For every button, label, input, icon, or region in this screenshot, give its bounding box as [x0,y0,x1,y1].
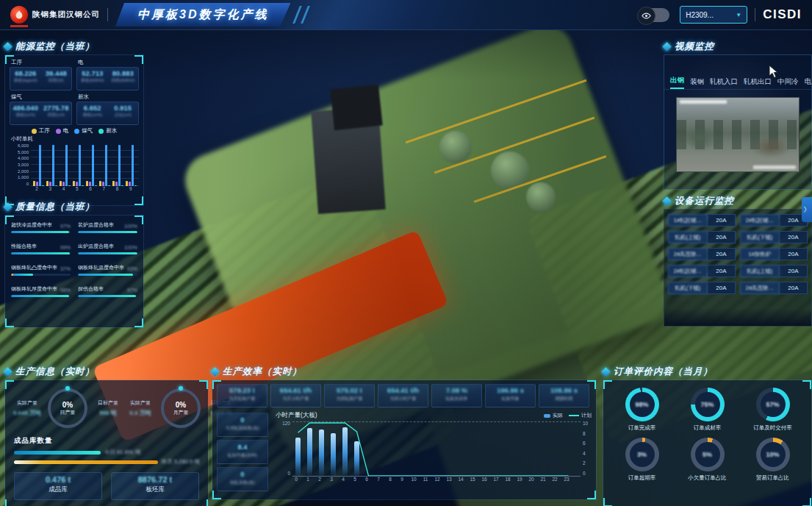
stopped-dot-icon [40,35,45,40]
donut-ring: 5% [691,438,725,471]
axis-tick-label: 16 [478,477,490,482]
quality-item-top: 钢板终轧凸度命中率37% [11,264,71,271]
stat-value: 654.61 t/h [271,386,320,394]
energy-value: 68.226 [10,69,41,77]
axis-tick-label: 14 [455,477,467,482]
stat-label: 当班轧制产量 [325,396,374,402]
quality-value: 100% [124,224,137,229]
energy-chart-plot [31,143,139,186]
axis-tick-label: 23 [561,477,572,482]
plan-line [292,421,581,476]
camera-select[interactable]: H2309... ▼ [680,6,747,24]
donut-ring: 75% [691,388,725,421]
efficiency-stats-row: 579.23 t当天轧制产量654.61 t/h当天小时产量575.02 t当班… [212,380,596,407]
energy-card-label: 电 [78,59,139,66]
diamond-icon [3,42,12,51]
energy-card-values: 52.713单耗(kWh/t)80.883回收(kWh/t) [76,67,139,90]
efficiency-stat-card: 654.61 t/h当天小时产量 [270,384,321,407]
energy-chart-y-axis: 6,0005,0004,0003,0002,0001,0000 [10,143,31,186]
finished-store-label: 成品库 [15,485,101,494]
energy-legend-item: 煤气 [74,127,93,135]
stat-label: 当班轧制块数(块) [218,425,267,432]
quality-bar-fill [11,231,69,233]
legend-plan: 计划 [569,412,592,419]
quality-label: 钢板终轧温度命中率 [78,264,124,271]
equipment-item: 2#轧区辅…20A [740,214,808,227]
quality-bar [11,252,71,254]
quality-bar [78,252,137,254]
axis-tick-label: 7 [373,477,384,482]
axis-tick-label: 4,000 [18,156,29,160]
video-tab-2[interactable]: 装钢 [690,77,704,89]
legend-dot-icon [32,129,37,134]
axis-tick-label: 3 [45,186,55,191]
bar-新水 [55,185,57,186]
quality-bar [11,231,71,233]
efficiency-side-stats: 0当班轧制块数(块)8.4轧制节奏(分钟)0待轧块数(块) [217,413,268,491]
quality-item-top: 探伤合格率97% [78,285,137,293]
energy-panel-header: 能源监控（当班） [4,40,144,53]
diamond-icon [662,196,672,206]
production-efficiency-panel: 生产效率（实时） 579.23 t当天轧制产量654.61 t/h当天小时产量5… [212,365,597,500]
stat-value: 108.86 s [539,386,589,394]
equipment-monitor-panel: 设备运行监控 1#轧区辅…20A2#轧区辅…20A轧机(上辊)20A轧机(下辊)… [664,194,812,327]
quality-value: 97% [60,224,71,229]
video-tab-1[interactable]: 出钢 [670,76,684,89]
energy-card-label: 新水 [78,93,139,101]
donut-value: 3% [637,451,647,458]
bar-工序 [99,181,101,186]
panel-expand-handle[interactable]: 》 [802,197,812,222]
axis-tick-label: 20 [525,477,537,482]
quality-items-grid: 超快冷温度命中率97%装炉温度合格率100%性能合格率99%出炉温度合格率100… [11,221,137,297]
quality-value: 99% [60,245,71,250]
video-tab-4[interactable]: 轧机出口 [744,77,772,89]
hour-chart-title: 小时产量(大板) [276,411,317,420]
bar-电 [129,182,131,186]
axis-tick-label: 0 [583,471,586,477]
video-player[interactable] [676,97,800,172]
quality-panel-title: 质量信息（当班） [15,201,95,213]
visibility-toggle[interactable] [639,8,669,22]
quality-bar-fill [78,252,137,254]
emblem-subtext [10,25,28,27]
video-tab-3[interactable]: 轧机入口 [710,77,738,89]
axis-tick-label: 2 [314,477,326,482]
bar-新水 [95,185,97,186]
order-donut-cell: 5%小欠量订单占比 [675,438,740,482]
stat-label: 待轧块数(块) [218,480,267,486]
quality-item-top: 超快冷温度命中率97% [11,221,71,229]
donut-ring: 10% [756,438,790,471]
quality-panel-header: 质量信息（当班） [4,200,144,213]
axis-tick-label: 1,000 [18,175,29,179]
production-panel-title: 生产信息（实时） [15,366,95,378]
daily-output-label: 日产量 [60,409,76,416]
legend-dot-icon [98,129,104,134]
video-tab-5[interactable]: 中间冷 [777,77,799,89]
donut-label: 订单完成率 [609,424,675,432]
legend-label: 煤气 [82,127,93,135]
energy-unit: 占比(m³) [108,112,139,118]
quality-bar-fill [78,231,137,233]
production-panel-header: 生产信息（实时） [4,365,209,378]
axis-tick-label: 17 [490,477,502,482]
quality-bar [11,295,71,297]
company-emblem-icon [10,6,28,24]
store-cards: 0.476 t 成品库 8876.72 t 板坯库 [11,472,202,500]
quality-label: 超快冷温度命中率 [11,221,52,229]
hour-chart-top: 小时产量(大板) 实际 计划 [274,411,593,420]
stat-label: 轧制节奏(分钟) [218,452,267,459]
quality-item: 装炉温度合格率100% [78,221,137,233]
axis-tick-label: 0 [26,182,29,186]
axis-tick-label: 6 [361,477,373,482]
donut-label: 小欠量订单占比 [675,474,740,482]
stat-label: 当班小时产量 [378,396,428,402]
video-panel-body: 出钢装钢轧机入口轧机出口中间冷电动辊 [664,54,812,190]
video-tab-6[interactable]: 电动辊 [805,77,812,89]
energy-card-values: 486.040单耗(m³/t)2775.78回收(m³) [10,101,72,125]
legend-label: 实际 [553,412,563,419]
bar-电 [76,182,78,186]
equipment-label: 2#轧区辅… [740,214,780,227]
monthly-output-gauge: 0% 月产量 [161,388,201,428]
video-timestamp [680,100,727,104]
hour-chart-legend: 实际 计划 [544,412,592,419]
